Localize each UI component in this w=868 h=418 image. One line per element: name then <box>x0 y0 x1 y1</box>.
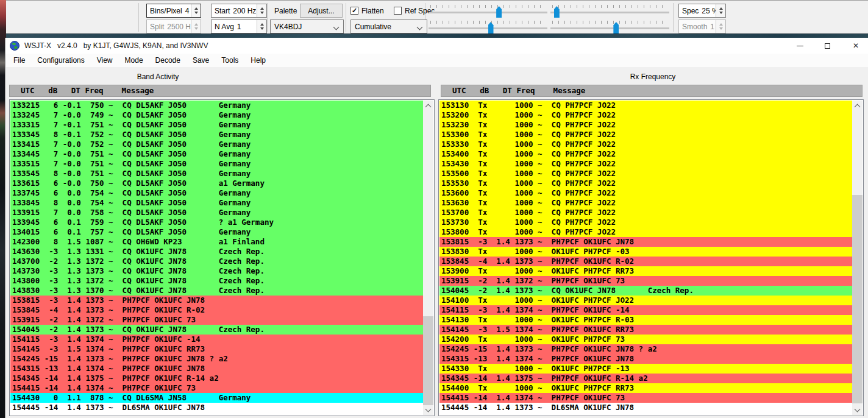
decode-row[interactable]: 154045 -2 1.4 1373 ~ CQ OK1UFC JN78 Czec… <box>10 325 423 335</box>
decode-row[interactable]: 133445 7 -0.0 751 ~ CQ DL5AKF JO50 Germa… <box>10 149 423 159</box>
title-bar[interactable]: WSJT-X v2.4.0 by K1JT, G4WJS, K9AN, and … <box>5 38 868 54</box>
decode-row[interactable]: 153830 Tx 1000 ~ OK1UFC PH7PCF -03 <box>439 247 852 257</box>
decode-row[interactable]: 133745 6 0.0 754 ~ CQ DL5AKF JO50 German… <box>10 188 423 198</box>
decode-row[interactable]: 153815 -3 1.4 1373 ~ PH7PCF OK1UFC JN78 <box>439 237 852 247</box>
menu-item-file[interactable]: File <box>7 54 31 66</box>
maximize-button[interactable] <box>817 38 838 54</box>
decode-row[interactable]: 153700 Tx 1000 ~ CQ PH7PCF JO22 <box>439 208 852 218</box>
scroll-up-button[interactable] <box>852 101 863 111</box>
decode-row[interactable]: 153230 Tx 1000 ~ CQ PH7PCF JO22 <box>439 120 852 130</box>
decode-row[interactable]: 143700 -2 1.3 1372 ~ CQ OK1UFC JN78 Czec… <box>10 257 423 266</box>
decode-row[interactable]: 133415 7 -0.0 752 ~ CQ DL5AKF JO50 Germa… <box>10 140 423 149</box>
spectrum-gain-slider[interactable] <box>429 20 547 35</box>
scrollbar-thumb[interactable] <box>852 195 863 403</box>
spinner-arrows-icon[interactable] <box>191 4 201 17</box>
decode-row[interactable]: 153430 Tx 1000 ~ CQ PH7PCF JO22 <box>439 159 852 169</box>
decode-row[interactable]: 154145 -3 1.5 1374 ~ PH7PCF OK1UFC RR73 <box>439 325 852 335</box>
decode-row[interactable]: 154315 -13 1.4 1374 ~ PH7PCF OK1UFC JN78 <box>10 364 423 374</box>
flatten-checkbox[interactable]: ✓ Flatten <box>350 4 384 18</box>
scroll-down-button[interactable] <box>423 405 433 415</box>
decode-row[interactable]: 133245 7 -0.0 749 ~ CQ DL5AKF JO50 Germa… <box>10 110 423 120</box>
slider-track[interactable] <box>550 12 669 13</box>
decode-row[interactable]: 133545 8 -0.0 751 ~ CQ DL5AKF JO50 Germa… <box>10 169 423 179</box>
decode-row[interactable]: 153915 -2 1.4 1372 ~ PH7PCF OK1UFC 73 <box>439 276 852 286</box>
display-mode-combobox[interactable]: Cumulative <box>350 19 427 34</box>
decode-row[interactable]: 154245 -15 1.4 1373 ~ PH7PCF OK1UFC JN78… <box>439 344 852 354</box>
decode-row[interactable]: 154430 0 1.1 878 ~ CQ DL6SMA JN58 German… <box>10 393 423 403</box>
slider-track[interactable] <box>550 27 669 29</box>
menu-item-tools[interactable]: Tools <box>215 54 244 66</box>
decode-row[interactable]: 153845 -4 1.4 1373 ~ PH7PCF OK1UFC R-02 <box>439 257 852 266</box>
spec-percent-spinbox[interactable]: Spec 25 % <box>678 4 726 18</box>
palette-combobox[interactable]: VK4BDJ <box>270 19 344 34</box>
close-button[interactable]: ✕ <box>845 38 866 54</box>
decode-row[interactable]: 153900 Tx 1000 ~ OK1UFC PH7PCF RR73 <box>439 266 852 276</box>
decode-row[interactable]: 154330 Tx 1000 ~ OK1UFC PH7PCF -13 <box>439 364 852 374</box>
decode-row[interactable]: 133515 7 -0.0 751 ~ CQ DL5AKF JO50 Germa… <box>10 159 423 169</box>
decode-row[interactable]: 153915 -2 1.4 1372 ~ PH7PCF OK1UFC 73 <box>10 315 423 325</box>
decode-row[interactable]: 153800 Tx 1000 ~ CQ PH7PCF JO22 <box>439 227 852 237</box>
decode-row[interactable]: 143630 -3 1.3 1331 ~ CQ OK1UFC JN78 Czec… <box>10 247 423 257</box>
menu-item-save[interactable]: Save <box>187 54 215 66</box>
decode-row[interactable]: 154115 -3 1.4 1374 ~ PH7PCF OK1UFC -14 <box>10 335 423 344</box>
waterfall-zero-slider[interactable] <box>550 4 669 19</box>
decode-row[interactable]: 133845 8 0.0 754 ~ CQ DL5AKF JO50 German… <box>10 198 423 208</box>
decode-row[interactable]: 154415 -14 1.4 1374 ~ PH7PCF OK1UFC 73 <box>439 393 852 403</box>
decode-row[interactable]: 142300 8 1.5 1087 ~ CQ OH6WD KP23 a1 Fin… <box>10 237 423 247</box>
start-frequency-spinbox[interactable]: Start 200 Hz <box>211 4 267 18</box>
decode-row[interactable]: 133915 7 0.0 758 ~ CQ DL5AKF JO50 German… <box>10 208 423 218</box>
decode-row[interactable]: 154445 -14 1.4 1373 ~ DL6SMA OK1UFC JN78 <box>439 403 852 413</box>
decode-row[interactable]: 153400 Tx 1000 ~ CQ PH7PCF JO22 <box>439 149 852 159</box>
decode-row[interactable]: 154415 -14 1.4 1374 ~ PH7PCF OK1UFC 73 <box>10 383 423 393</box>
bins-pixel-spinbox[interactable]: Bins/Pixel 4 <box>146 4 201 18</box>
decode-row[interactable]: 154130 Tx 1000 ~ OK1UFC PH7PCF R-03 <box>439 315 852 325</box>
scroll-down-button[interactable] <box>852 405 863 415</box>
menu-item-decode[interactable]: Decode <box>149 54 187 66</box>
decode-row[interactable]: 143800 -3 1.3 1372 ~ CQ OK1UFC JN78 Czec… <box>10 276 423 286</box>
decode-row[interactable]: 154400 Tx 1000 ~ OK1UFC PH7PCF RR73 <box>439 383 852 393</box>
decode-row[interactable]: 143730 -3 1.3 1373 ~ CQ OK1UFC JN78 Czec… <box>10 266 423 276</box>
band-activity-scrollbar[interactable] <box>423 101 433 415</box>
n-avg-spinbox[interactable]: N Avg 1 <box>211 19 267 34</box>
decode-row[interactable]: 133945 6 0.1 759 ~ CQ DL5AKF JO50 ? a1 G… <box>10 218 423 227</box>
menu-item-configurations[interactable]: Configurations <box>31 54 90 66</box>
decode-row[interactable]: 153730 Tx 1000 ~ CQ PH7PCF JO22 <box>439 218 852 227</box>
scroll-up-button[interactable] <box>423 101 433 111</box>
decode-row[interactable]: 153500 Tx 1000 ~ CQ PH7PCF JO22 <box>439 169 852 179</box>
scrollbar-thumb[interactable] <box>423 316 433 405</box>
decode-row[interactable]: 154145 -3 1.5 1374 ~ PH7PCF OK1UFC RR73 <box>10 344 423 354</box>
decode-row[interactable]: 154345 -14 1.4 1375 ~ PH7PCF OK1UFC R-14… <box>439 374 852 383</box>
decode-row[interactable]: 154045 -2 1.4 1373 ~ CQ OK1UFC JN78 Czec… <box>439 286 852 296</box>
decode-row[interactable]: 133345 8 -0.1 752 ~ CQ DL5AKF JO50 Germa… <box>10 130 423 140</box>
decode-row[interactable]: 154200 Tx 1000 ~ OK1UFC PH7PCF 73 <box>439 335 852 344</box>
decode-row[interactable]: 153200 Tx 1000 ~ CQ PH7PCF JO22 <box>439 110 852 120</box>
decode-row[interactable]: 154445 -14 1.4 1373 ~ DL6SMA OK1UFC JN78 <box>10 403 423 413</box>
decode-row[interactable]: 153530 Tx 1000 ~ CQ PH7PCF JO22 <box>439 179 852 188</box>
decode-row[interactable]: 143830 -3 1.3 1370 ~ CQ OK1UFC JN78 Czec… <box>10 286 423 296</box>
adjust-button[interactable]: Adjust... <box>300 4 343 18</box>
slider-track[interactable] <box>429 12 547 13</box>
decode-row[interactable]: 154100 Tx 1000 ~ OK1UFC PH7PCF JO22 <box>439 296 852 305</box>
spinner-arrows-icon[interactable] <box>257 4 266 17</box>
decode-row[interactable]: 154245 -15 1.4 1373 ~ PH7PCF OK1UFC JN78… <box>10 354 423 364</box>
decode-row[interactable]: 134015 6 0.1 757 ~ CQ DL5AKF JO50 German… <box>10 227 423 237</box>
spectrum-zero-slider[interactable] <box>550 20 669 35</box>
decode-row[interactable]: 153630 Tx 1000 ~ CQ PH7PCF JO22 <box>439 198 852 208</box>
menu-item-mode[interactable]: Mode <box>119 54 149 66</box>
decode-row[interactable]: 154315 -13 1.4 1374 ~ PH7PCF OK1UFC JN78 <box>439 354 852 364</box>
decode-row[interactable]: 153300 Tx 1000 ~ CQ PH7PCF JO22 <box>439 130 852 140</box>
minimize-button[interactable] <box>789 38 810 54</box>
decode-row[interactable]: 153815 -3 1.4 1373 ~ PH7PCF OK1UFC JN78 <box>10 296 423 305</box>
decode-row[interactable]: 154115 -3 1.4 1374 ~ PH7PCF OK1UFC -14 <box>439 305 852 315</box>
waterfall-gain-slider[interactable] <box>429 4 547 19</box>
decode-row[interactable]: 153845 -4 1.4 1373 ~ PH7PCF OK1UFC R-02 <box>10 305 423 315</box>
decode-row[interactable]: 153330 Tx 1000 ~ CQ PH7PCF JO22 <box>439 140 852 149</box>
menu-item-help[interactable]: Help <box>244 54 272 66</box>
decode-row[interactable]: 133315 7 -0.1 751 ~ CQ DL5AKF JO50 Germa… <box>10 120 423 130</box>
menu-item-view[interactable]: View <box>91 54 119 66</box>
decode-row[interactable]: 153130 Tx 1000 ~ CQ PH7PCF JO22 <box>439 101 852 110</box>
spinner-arrows-icon[interactable] <box>716 4 725 17</box>
rx-frequency-scrollbar[interactable] <box>852 101 863 415</box>
decode-row[interactable]: 154345 -14 1.4 1375 ~ PH7PCF OK1UFC R-14… <box>10 374 423 383</box>
decode-row[interactable]: 153600 Tx 1000 ~ CQ PH7PCF JO22 <box>439 188 852 198</box>
